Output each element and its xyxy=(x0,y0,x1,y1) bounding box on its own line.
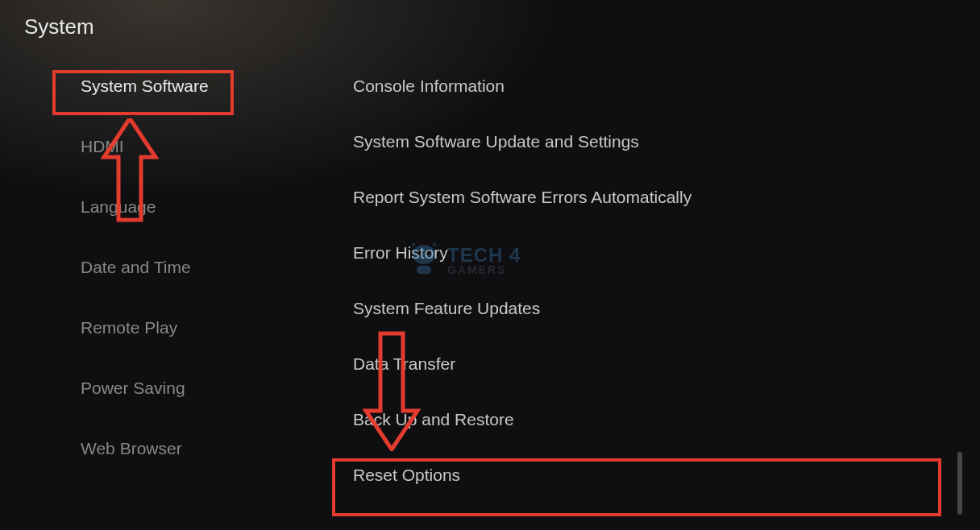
sidebar-item-system-software[interactable]: System Software xyxy=(81,77,209,96)
sidebar-item-hdmi[interactable]: HDMI xyxy=(81,137,209,156)
main-item-console-information[interactable]: Console Information xyxy=(353,77,691,96)
main-item-data-transfer[interactable]: Data Transfer xyxy=(353,354,691,374)
main-item-system-feature-updates[interactable]: System Feature Updates xyxy=(353,299,691,318)
main-list: Console Information System Software Upda… xyxy=(353,77,691,485)
page-title: System xyxy=(24,14,94,39)
main-item-back-up-restore[interactable]: Back Up and Restore xyxy=(353,410,691,429)
sidebar: System Software HDMI Language Date and T… xyxy=(81,77,209,458)
main-item-error-history[interactable]: Error History xyxy=(353,243,691,263)
main-item-report-errors[interactable]: Report System Software Errors Automatica… xyxy=(353,188,691,207)
sidebar-item-power-saving[interactable]: Power Saving xyxy=(81,379,209,398)
scrollbar[interactable] xyxy=(957,452,962,515)
main-item-system-software-update[interactable]: System Software Update and Settings xyxy=(353,132,691,151)
sidebar-item-remote-play[interactable]: Remote Play xyxy=(81,318,209,337)
main-item-reset-options[interactable]: Reset Options xyxy=(353,466,691,485)
sidebar-item-language[interactable]: Language xyxy=(81,197,209,217)
sidebar-item-web-browser[interactable]: Web Browser xyxy=(81,439,209,458)
sidebar-item-date-and-time[interactable]: Date and Time xyxy=(81,258,209,277)
